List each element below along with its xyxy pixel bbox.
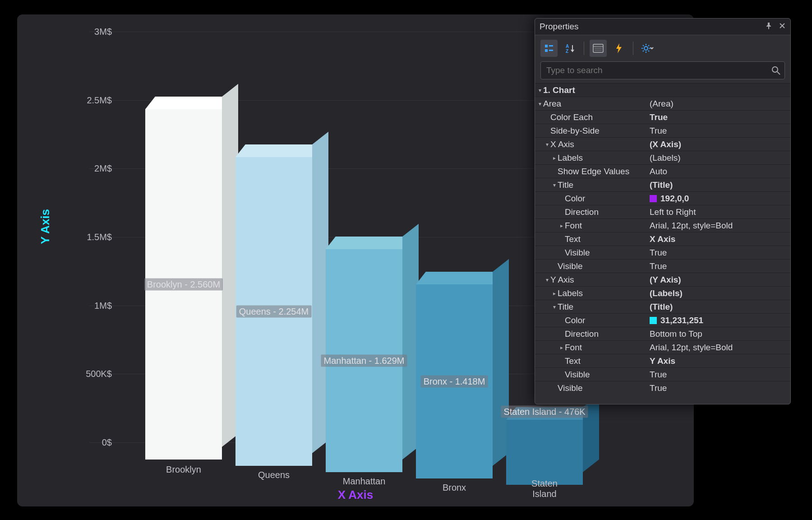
prop-value[interactable]: True	[647, 370, 790, 380]
svg-rect-3	[549, 50, 553, 51]
x-category: Queens	[258, 470, 290, 480]
svg-text:Z: Z	[566, 49, 568, 53]
properties-titlebar[interactable]: Properties	[535, 19, 790, 35]
svg-point-19	[772, 67, 778, 72]
properties-panel: Properties AZ ▾1. Chart ▾A	[535, 18, 791, 404]
prop-value[interactable]: (Labels)	[647, 153, 790, 163]
prop-row-xaxis[interactable]: ▾X Axis(X Axis)	[535, 137, 790, 151]
prop-row-xaxis-title-color[interactable]: Color192,0,0	[535, 191, 790, 205]
bar-label: Bronx - 1.418M	[421, 376, 488, 388]
x-category: Staten Island	[526, 478, 564, 499]
prop-row-color-each[interactable]: Color EachTrue	[535, 110, 790, 124]
search-icon[interactable]	[771, 66, 780, 75]
prop-value[interactable]: (Area)	[647, 99, 790, 109]
bars-layer: Brooklyn - 2.560M Brooklyn Queens - 2.25…	[127, 32, 583, 474]
bar-brooklyn[interactable]: Brooklyn - 2.560M	[145, 109, 222, 460]
x-category: Bronx	[443, 483, 466, 493]
prop-row-yaxis-title-color[interactable]: Color31,231,251	[535, 313, 790, 327]
prop-value[interactable]: True	[647, 248, 790, 258]
prop-value[interactable]: Arial, 12pt, style=Bold	[647, 343, 790, 353]
prop-value[interactable]: Arial, 12pt, style=Bold	[647, 221, 790, 231]
x-category: Brooklyn	[166, 464, 201, 475]
prop-row-yaxis-labels[interactable]: ▸Labels(Labels)	[535, 286, 790, 300]
bar-label: Queens - 2.254M	[236, 306, 312, 318]
settings-button[interactable]	[639, 40, 656, 57]
bar-manhattan[interactable]: Manhattan - 1.629M	[326, 249, 402, 472]
color-swatch-icon	[650, 317, 657, 324]
prop-value[interactable]: Bottom to Top	[647, 329, 790, 339]
svg-rect-1	[545, 49, 548, 52]
prop-value[interactable]: True	[647, 126, 790, 136]
properties-title: Properties	[540, 22, 579, 31]
svg-rect-2	[549, 45, 553, 46]
bar-staten-island[interactable]: Staten Island - 476K	[506, 420, 583, 485]
prop-row-side-by-side[interactable]: Side-by-SideTrue	[535, 124, 790, 137]
y-tick: 1M$	[62, 300, 112, 311]
prop-row-xaxis-visible[interactable]: VisibleTrue	[535, 259, 790, 273]
categorized-view-button[interactable]	[540, 40, 558, 57]
svg-line-15	[643, 45, 644, 46]
alphabetical-view-button[interactable]: AZ	[561, 40, 578, 57]
prop-value[interactable]: True	[647, 261, 790, 271]
property-pages-button[interactable]	[590, 40, 607, 57]
y-tick: 500K$	[62, 369, 112, 379]
prop-value[interactable]: 31,231,251	[647, 316, 790, 325]
prop-row-xaxis-title-direction[interactable]: DirectionLeft to Right	[535, 205, 790, 218]
prop-value[interactable]: (Title)	[647, 180, 790, 190]
prop-category-chart[interactable]: ▾1. Chart	[535, 83, 790, 97]
y-tick: 2.5M$	[62, 95, 112, 105]
pin-icon[interactable]	[763, 20, 774, 31]
prop-row-yaxis-title-font[interactable]: ▸FontArial, 12pt, style=Bold	[535, 340, 790, 354]
prop-row-yaxis-visible[interactable]: VisibleTrue	[535, 381, 790, 395]
bar-label: Brooklyn - 2.560M	[144, 279, 223, 291]
prop-row-xaxis-title-font[interactable]: ▸FontArial, 12pt, style=Bold	[535, 218, 790, 232]
prop-value[interactable]: Y Axis	[647, 356, 790, 366]
prop-value[interactable]: (X Axis)	[647, 139, 790, 149]
prop-value[interactable]: True	[647, 383, 790, 393]
properties-tree: ▾1. Chart ▾Area(Area) Color EachTrue Sid…	[535, 83, 790, 395]
y-tick: 3M$	[62, 27, 112, 37]
svg-line-16	[648, 51, 649, 51]
prop-row-area[interactable]: ▾Area(Area)	[535, 97, 790, 110]
events-button[interactable]	[610, 40, 627, 57]
svg-point-10	[644, 46, 648, 50]
y-axis-title: Y Axis	[38, 209, 52, 244]
prop-row-xaxis-title-text[interactable]: TextX Axis	[535, 232, 790, 246]
bar-bronx[interactable]: Bronx - 1.418M	[416, 284, 493, 478]
prop-row-yaxis-title-direction[interactable]: DirectionBottom to Top	[535, 327, 790, 340]
prop-value[interactable]: Left to Right	[647, 207, 790, 217]
prop-row-xaxis-title-visible[interactable]: VisibleTrue	[535, 246, 790, 259]
x-category: Manhattan	[343, 476, 386, 487]
prop-value[interactable]: X Axis	[647, 234, 790, 244]
prop-value[interactable]: (Title)	[647, 302, 790, 312]
prop-row-yaxis[interactable]: ▾Y Axis(Y Axis)	[535, 273, 790, 286]
y-tick: 0$	[62, 437, 112, 448]
color-swatch-icon	[650, 195, 657, 202]
prop-value[interactable]: 192,0,0	[647, 194, 790, 204]
prop-row-xaxis-title[interactable]: ▾Title(Title)	[535, 178, 790, 191]
close-icon[interactable]	[777, 20, 788, 31]
y-tick: 2M$	[62, 163, 112, 174]
prop-row-xaxis-showedge[interactable]: Show Edge ValuesAuto	[535, 164, 790, 178]
prop-row-yaxis-title-text[interactable]: TextY Axis	[535, 354, 790, 367]
prop-value[interactable]: True	[647, 112, 790, 122]
prop-value[interactable]: (Y Axis)	[647, 275, 790, 285]
properties-toolbar: AZ	[535, 35, 790, 61]
prop-row-yaxis-title-visible[interactable]: VisibleTrue	[535, 367, 790, 381]
svg-rect-0	[545, 45, 548, 47]
svg-line-18	[643, 51, 644, 51]
y-tick: 1.5M$	[62, 232, 112, 242]
svg-text:A: A	[566, 44, 569, 49]
x-axis-title: X Axis	[17, 488, 694, 502]
prop-value[interactable]: (Labels)	[647, 288, 790, 298]
svg-line-17	[648, 45, 649, 46]
search-input[interactable]	[540, 61, 785, 79]
svg-line-20	[777, 72, 780, 74]
bar-label: Manhattan - 1.629M	[321, 355, 407, 367]
bar-label: Staten Island - 476K	[501, 406, 588, 418]
properties-search	[540, 61, 785, 79]
prop-row-xaxis-labels[interactable]: ▸Labels(Labels)	[535, 151, 790, 164]
prop-value[interactable]: Auto	[647, 167, 790, 176]
prop-row-yaxis-title[interactable]: ▾Title(Title)	[535, 300, 790, 313]
bar-queens[interactable]: Queens - 2.254M	[235, 157, 312, 466]
